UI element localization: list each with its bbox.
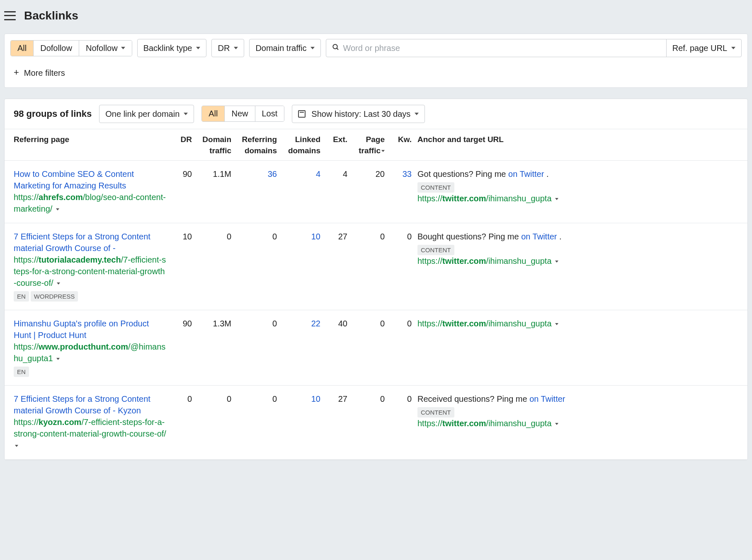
page-traffic-value: 0 <box>347 231 385 242</box>
chevron-down-icon <box>234 47 238 49</box>
follow-tab-all[interactable]: All <box>11 41 34 56</box>
link-mode-dropdown[interactable]: One link per domain <box>99 105 194 123</box>
ext-value: 40 <box>320 318 347 329</box>
follow-tab-nofollow-label: Nofollow <box>86 43 118 53</box>
dr-value: 0 <box>167 393 192 405</box>
col-linked-domains[interactable]: Linked domains <box>277 134 320 156</box>
more-filters-button[interactable]: + More filters <box>10 65 68 81</box>
anchor-text: Bought questions? Ping me on Twitter . <box>417 231 738 242</box>
referring-page-cell: Himanshu Gupta's profile on Product Hunt… <box>14 318 167 377</box>
chevron-down-icon <box>184 113 188 115</box>
ext-value: 27 <box>320 231 347 242</box>
referring-page-title[interactable]: 7 Efficient Steps for a Strong Content m… <box>14 393 167 416</box>
referring-page-url[interactable]: https://ahrefs.com/blog/seo-and-content-… <box>14 191 167 215</box>
search-box: Ref. page URL <box>326 39 742 57</box>
table-row: How to Combine SEO & Content Marketing f… <box>5 161 747 223</box>
history-label: Show history: Last 30 days <box>311 108 410 120</box>
target-url[interactable]: https://twitter.com/ihimanshu_gupta <box>417 418 738 429</box>
chevron-down-icon <box>121 47 125 49</box>
col-referring-page[interactable]: Referring page <box>14 134 167 156</box>
referring-page-cell: 7 Efficient Steps for a Strong Content m… <box>14 231 167 302</box>
follow-tab-dofollow[interactable]: Dofollow <box>34 41 79 56</box>
tag-badge: WORDPRESS <box>31 291 78 302</box>
anchor-link[interactable]: on Twitter <box>508 169 544 179</box>
referring-page-title[interactable]: How to Combine SEO & Content Marketing f… <box>14 168 167 191</box>
page-traffic-value: 0 <box>347 393 385 405</box>
menu-icon[interactable] <box>4 11 16 20</box>
chevron-down-icon <box>731 47 735 49</box>
referring-domains-value: 0 <box>231 318 277 329</box>
chevron-down-icon <box>555 423 558 425</box>
referring-domains-value: 0 <box>231 393 277 405</box>
chevron-down-icon <box>311 47 315 49</box>
chevron-down-icon <box>555 198 558 200</box>
col-kw[interactable]: Kw. <box>385 134 412 156</box>
ext-value: 4 <box>320 168 347 180</box>
target-url[interactable]: https://twitter.com/ihimanshu_gupta <box>417 255 738 267</box>
linked-domains-value[interactable]: 10 <box>277 231 320 242</box>
table-row: Himanshu Gupta's profile on Product Hunt… <box>5 310 747 386</box>
search-input[interactable] <box>343 41 666 56</box>
kw-value[interactable]: 33 <box>385 168 412 180</box>
calendar-icon <box>298 110 306 118</box>
filters-panel: All Dofollow Nofollow Backlink type DR D… <box>4 34 748 88</box>
dr-dropdown[interactable]: DR <box>211 39 244 57</box>
page-title: Backlinks <box>24 7 78 24</box>
col-domain-traffic[interactable]: Domain traffic <box>192 134 231 156</box>
ref-page-url-dropdown[interactable]: Ref. page URL <box>666 39 741 57</box>
anchor-type-badge: CONTENT <box>417 182 454 193</box>
col-referring-domains[interactable]: Referring domains <box>231 134 277 156</box>
anchor-text: Received questions? Ping me on Twitter <box>417 393 738 405</box>
status-tab-all[interactable]: All <box>202 106 225 121</box>
chevron-down-icon <box>57 282 60 285</box>
linked-domains-value[interactable]: 10 <box>277 393 320 405</box>
table-row: 7 Efficient Steps for a Strong Content m… <box>5 386 747 460</box>
anchor-type-badge: CONTENT <box>417 407 454 418</box>
referring-page-title[interactable]: Himanshu Gupta's profile on Product Hunt… <box>14 318 167 341</box>
search-icon <box>326 39 343 57</box>
results-panel: 98 groups of links One link per domain A… <box>4 99 748 460</box>
chevron-down-icon <box>555 261 558 263</box>
linked-domains-value[interactable]: 4 <box>277 168 320 180</box>
follow-filter-group: All Dofollow Nofollow <box>10 40 132 56</box>
page-traffic-value: 20 <box>347 168 385 180</box>
link-mode-label: One link per domain <box>105 108 180 120</box>
anchor-link[interactable]: on Twitter <box>521 232 557 241</box>
referring-page-cell: How to Combine SEO & Content Marketing f… <box>14 168 167 215</box>
anchor-type-badge: CONTENT <box>417 245 454 255</box>
domain-traffic-label: Domain traffic <box>255 42 306 54</box>
referring-domains-value[interactable]: 36 <box>231 168 277 180</box>
referring-page-title[interactable]: 7 Efficient Steps for a Strong Content m… <box>14 231 167 254</box>
anchor-link[interactable]: on Twitter <box>529 394 565 403</box>
table-row: 7 Efficient Steps for a Strong Content m… <box>5 223 747 310</box>
backlink-type-label: Backlink type <box>143 42 192 54</box>
status-tab-new[interactable]: New <box>225 106 255 121</box>
tag-badge: EN <box>14 291 29 302</box>
referring-page-url[interactable]: https://tutorialacademy.tech/7-efficient… <box>14 254 167 289</box>
more-filters-label: More filters <box>24 67 65 79</box>
chevron-down-icon <box>56 208 59 210</box>
dr-value: 90 <box>167 318 192 329</box>
referring-page-cell: 7 Efficient Steps for a Strong Content m… <box>14 393 167 451</box>
follow-tab-nofollow[interactable]: Nofollow <box>79 41 132 56</box>
linked-domains-value[interactable]: 22 <box>277 318 320 329</box>
col-page-traffic[interactable]: Page traffic <box>347 134 385 156</box>
kw-value: 0 <box>385 393 412 405</box>
target-url[interactable]: https://twitter.com/ihimanshu_gupta <box>417 193 738 204</box>
domain-traffic-dropdown[interactable]: Domain traffic <box>249 39 321 57</box>
kw-value: 0 <box>385 231 412 242</box>
history-dropdown[interactable]: Show history: Last 30 days <box>292 105 425 123</box>
anchor-cell: Got questions? Ping me on Twitter .CONTE… <box>412 168 738 204</box>
ext-value: 27 <box>320 393 347 405</box>
kw-value: 0 <box>385 318 412 329</box>
col-dr[interactable]: DR <box>167 134 192 156</box>
col-anchor[interactable]: Anchor and target URL <box>412 134 738 156</box>
referring-page-url[interactable]: https://kyozn.com/7-efficient-steps-for-… <box>14 416 167 451</box>
target-url[interactable]: https://twitter.com/ihimanshu_gupta <box>417 318 738 329</box>
col-ext[interactable]: Ext. <box>320 134 347 156</box>
anchor-cell: https://twitter.com/ihimanshu_gupta <box>412 318 738 329</box>
status-tab-lost[interactable]: Lost <box>255 106 284 121</box>
referring-page-url[interactable]: https://www.producthunt.com/@himanshu_gu… <box>14 341 167 364</box>
groups-count: 98 groups of links <box>14 108 92 121</box>
backlink-type-dropdown[interactable]: Backlink type <box>137 39 207 57</box>
